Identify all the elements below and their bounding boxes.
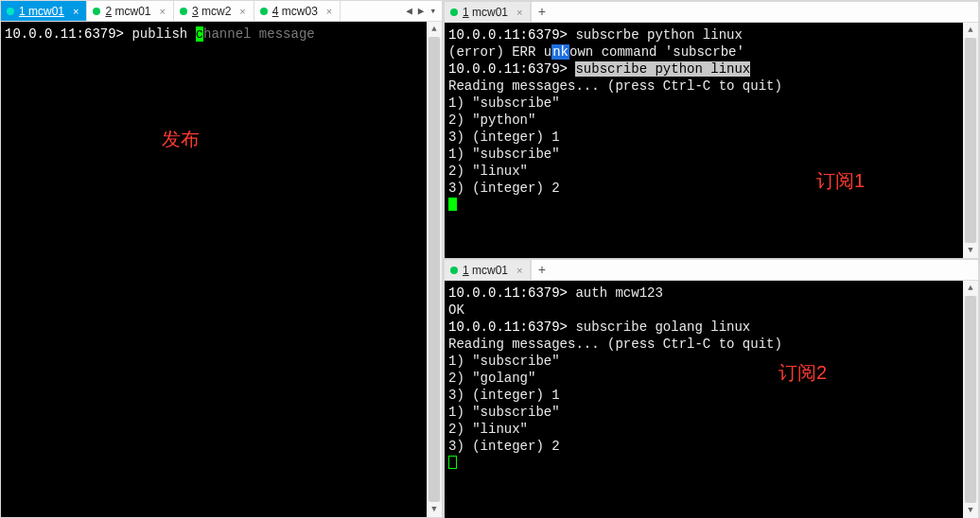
out: Reading messages... (press Ctrl-C to qui… <box>448 78 782 94</box>
selected-text: subscribe python linux <box>575 61 750 77</box>
out: 3) (integer) 1 <box>448 130 560 145</box>
tab-overflow-arrows[interactable]: ◀ ▶ ▾ <box>400 1 442 21</box>
scroll-up-icon[interactable]: ▲ <box>427 22 442 37</box>
tab-label: 3 mcw2 <box>192 5 231 18</box>
terminal-left[interactable]: 10.0.0.11:6379> publish channel message … <box>1 22 442 517</box>
scroll-thumb[interactable] <box>965 296 976 503</box>
close-icon[interactable]: × <box>516 265 522 276</box>
out: (error) ERR u <box>448 44 551 60</box>
tab-label: 1 mcw01 <box>463 264 508 277</box>
annotation-sub1: 订阅1 <box>816 172 865 189</box>
out: Reading messages... (press Ctrl-C to qui… <box>448 337 782 352</box>
chevron-right-icon[interactable]: ▶ <box>418 5 425 17</box>
out: 2) "linux" <box>448 164 528 179</box>
out: 3) (integer) 2 <box>448 181 560 196</box>
search-highlight: nk <box>551 44 569 60</box>
cursor <box>448 456 457 469</box>
tab-label: 1 mcw01 <box>19 5 64 18</box>
tab-left-1[interactable]: 1 mcw01 × <box>1 1 87 21</box>
scroll-thumb[interactable] <box>965 38 976 243</box>
prompt: 10.0.0.11:6379> <box>448 61 568 77</box>
prompt: 10.0.0.11:6379> <box>448 319 568 335</box>
out: 1) "subscribe" <box>448 405 560 420</box>
close-icon[interactable]: × <box>326 6 332 17</box>
pane-right-top: 1 mcw01 × + 10.0.0.11:6379> subscrbe pyt… <box>444 1 979 259</box>
out: OK <box>448 302 464 318</box>
close-icon[interactable]: × <box>239 6 245 17</box>
tabbar-left: 1 mcw01 × 2 mcw01 × 3 mcw2 × 4 mcw03 × ◀… <box>1 1 442 22</box>
prompt: 10.0.0.11:6379> <box>448 27 568 43</box>
annotation-publish: 发布 <box>162 130 200 147</box>
scroll-track[interactable] <box>963 296 978 503</box>
status-dot-icon <box>93 8 100 15</box>
new-tab-button[interactable]: + <box>531 2 551 22</box>
out: 2) "linux" <box>448 422 528 437</box>
scrollbar[interactable]: ▲ ▼ <box>963 281 978 518</box>
tab-rt-1[interactable]: 1 mcw01 × <box>445 2 531 22</box>
terminal-right-bottom[interactable]: 10.0.0.11:6379> auth mcw123 OK 10.0.0.11… <box>445 281 978 518</box>
annotation-sub2: 订阅2 <box>779 364 827 381</box>
pane-left: 1 mcw01 × 2 mcw01 × 3 mcw2 × 4 mcw03 × ◀… <box>0 0 443 518</box>
scroll-up-icon[interactable]: ▲ <box>963 281 978 296</box>
tab-label: 1 mcw01 <box>463 6 508 19</box>
status-dot-icon <box>7 8 14 15</box>
out: 3) (integer) 1 <box>448 388 560 403</box>
out: 3) (integer) 2 <box>448 439 560 454</box>
out: 2) "golang" <box>448 371 535 386</box>
status-dot-icon <box>180 8 187 15</box>
scroll-up-icon[interactable]: ▲ <box>963 23 978 38</box>
close-icon[interactable]: × <box>73 6 79 17</box>
status-dot-icon <box>450 267 458 274</box>
scroll-down-icon[interactable]: ▼ <box>427 502 442 517</box>
status-dot-icon <box>450 9 458 16</box>
cursor <box>448 198 457 211</box>
out: 1) "subscribe" <box>448 147 560 162</box>
new-tab-button[interactable]: + <box>531 260 551 280</box>
ghost-hint: hannel message <box>203 26 315 42</box>
tab-label: 2 mcw01 <box>105 5 150 18</box>
tab-rb-1[interactable]: 1 mcw01 × <box>445 260 531 280</box>
tab-left-2[interactable]: 2 mcw01 × <box>87 1 173 21</box>
typed-text: publish <box>131 26 195 42</box>
pane-right-column: 1 mcw01 × + 10.0.0.11:6379> subscrbe pyt… <box>443 0 980 518</box>
cmd: subscribe golang linux <box>575 319 750 335</box>
out: 2) "python" <box>448 112 535 128</box>
out: own command 'subscrbe' <box>569 44 744 60</box>
scrollbar[interactable]: ▲ ▼ <box>963 23 978 258</box>
scrollbar[interactable]: ▲ ▼ <box>427 22 442 517</box>
prompt: 10.0.0.11:6379> <box>448 285 568 301</box>
scroll-track[interactable] <box>963 38 978 243</box>
app-root: 1 mcw01 × 2 mcw01 × 3 mcw2 × 4 mcw03 × ◀… <box>0 0 980 518</box>
cmd: subscrbe python linux <box>575 27 742 43</box>
status-dot-icon <box>260 8 268 15</box>
chevron-down-icon[interactable]: ▾ <box>429 5 436 17</box>
tabbar-right-bottom: 1 mcw01 × + <box>445 260 978 281</box>
tab-left-4[interactable]: 4 mcw03 × <box>254 1 341 21</box>
close-icon[interactable]: × <box>160 6 166 17</box>
close-icon[interactable]: × <box>516 7 522 18</box>
prompt: 10.0.0.11:6379> <box>5 26 124 42</box>
scroll-down-icon[interactable]: ▼ <box>963 243 978 258</box>
scroll-down-icon[interactable]: ▼ <box>963 503 978 518</box>
terminal-right-top[interactable]: 10.0.0.11:6379> subscrbe python linux (e… <box>445 23 978 258</box>
out: 1) "subscribe" <box>448 95 560 111</box>
cmd: auth mcw123 <box>575 285 662 301</box>
scroll-track[interactable] <box>427 37 442 502</box>
cursor: c <box>196 26 203 42</box>
chevron-left-icon[interactable]: ◀ <box>406 5 412 17</box>
pane-right-bottom: 1 mcw01 × + 10.0.0.11:6379> auth mcw123 … <box>444 259 979 518</box>
scroll-thumb[interactable] <box>429 37 440 502</box>
tab-label: 4 mcw03 <box>272 5 318 18</box>
tab-left-3[interactable]: 3 mcw2 × <box>174 1 254 21</box>
tabbar-right-top: 1 mcw01 × + <box>445 2 978 23</box>
out: 1) "subscribe" <box>448 354 560 369</box>
